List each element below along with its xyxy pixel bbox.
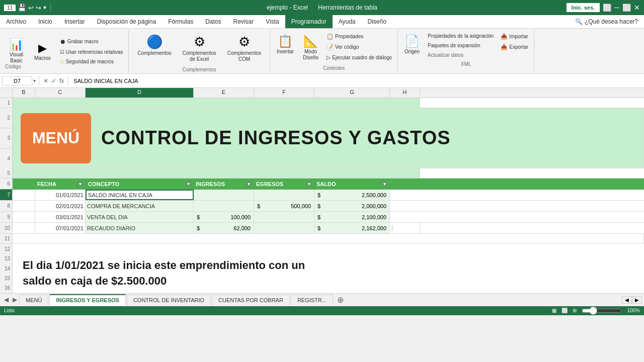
tab-programador[interactable]: Programador bbox=[285, 15, 333, 28]
sheet-scroll-left[interactable]: ◀ bbox=[622, 296, 632, 304]
header-egresos[interactable]: EGRESOS ▾ bbox=[254, 178, 314, 189]
cell-h1[interactable] bbox=[390, 98, 420, 108]
tab-inicio[interactable]: Inicio bbox=[32, 15, 58, 28]
cell-c5[interactable] bbox=[35, 168, 86, 178]
cell-e8[interactable] bbox=[194, 201, 254, 211]
qat-undo[interactable]: ↩ bbox=[28, 4, 34, 12]
cell-e1[interactable] bbox=[194, 98, 254, 108]
row-num-12[interactable]: 12 bbox=[0, 244, 13, 254]
cell-b9[interactable] bbox=[13, 212, 35, 222]
tab-inventario[interactable]: CONTROL DE INVENTARIO bbox=[127, 295, 211, 305]
tab-vista[interactable]: Vista bbox=[260, 15, 285, 28]
tab-disposicion[interactable]: Disposición de página bbox=[91, 15, 162, 28]
tab-archivo[interactable]: Archivo bbox=[0, 15, 32, 28]
cell-h10[interactable]: │ bbox=[390, 223, 420, 233]
close-btn[interactable]: ✕ bbox=[634, 4, 640, 12]
page-layout-icon[interactable]: ⬜ bbox=[561, 308, 568, 313]
importar-btn[interactable]: 📥 Importar bbox=[498, 32, 531, 41]
signin-button[interactable]: Inic. ses. bbox=[567, 3, 600, 12]
fecha-dropdown[interactable]: ▾ bbox=[77, 181, 83, 187]
tab-revisar[interactable]: Revisar bbox=[227, 15, 260, 28]
cell-f9[interactable] bbox=[254, 212, 314, 222]
header-concepto[interactable]: CONCEPTO ▾ bbox=[86, 178, 194, 189]
tab-cuentas-cobrar[interactable]: CUENTAS POR COBRAR bbox=[212, 295, 290, 305]
col-header-b[interactable]: B bbox=[13, 88, 35, 98]
row-num-6[interactable]: 6 bbox=[0, 178, 13, 189]
minimize-btn[interactable]: ─ bbox=[614, 4, 619, 12]
insert-function-btn[interactable]: fx bbox=[58, 77, 65, 84]
cell-f7[interactable] bbox=[254, 190, 314, 200]
menu-box[interactable]: MENÚ bbox=[21, 113, 91, 163]
cell-g8[interactable]: $ 2,000,000 bbox=[314, 201, 390, 211]
cell-row12[interactable] bbox=[13, 244, 644, 254]
cell-e5[interactable] bbox=[194, 168, 254, 178]
cell-c8[interactable]: 02/01/2021 bbox=[35, 201, 86, 211]
insertar-control-btn[interactable]: 📋 Insertar bbox=[273, 32, 297, 57]
sheet-scroll-right[interactable]: ▶ bbox=[632, 296, 642, 304]
cell-f10[interactable] bbox=[254, 223, 314, 233]
grabar-macro-btn[interactable]: ⏺ Grabar macro bbox=[57, 37, 125, 47]
actualizar-datos-btn[interactable]: Actualizar datos bbox=[425, 51, 496, 59]
row-num-4[interactable]: 4 bbox=[0, 149, 12, 168]
cell-f8[interactable]: $ 500,000 bbox=[254, 201, 314, 211]
saldo-dropdown[interactable]: ▾ bbox=[382, 181, 387, 187]
cell-h5[interactable] bbox=[390, 168, 420, 178]
search-help-btn[interactable]: 🔍 ¿Qué desea hacer? bbox=[569, 15, 644, 28]
header-ingresos[interactable]: INGRESOS ▾ bbox=[194, 178, 254, 189]
cell-d7-active[interactable]: SALDO INICIAL EN CAJA bbox=[86, 190, 194, 200]
cell-c7[interactable]: 01/01/2021 bbox=[35, 190, 86, 200]
propiedades-asignacion-btn[interactable]: Propiedades de la asignación bbox=[425, 32, 496, 40]
tab-diseno[interactable]: Diseño bbox=[362, 15, 392, 28]
tab-formulas[interactable]: Fórmulas bbox=[162, 15, 199, 28]
seguridad-btn[interactable]: ⚠ Seguridad de macros bbox=[57, 57, 125, 66]
cell-e9[interactable]: $ 100,000 bbox=[194, 212, 254, 222]
cell-e7[interactable] bbox=[194, 190, 254, 200]
row-num-7[interactable]: 7 bbox=[0, 190, 13, 200]
col-header-c[interactable]: C bbox=[35, 88, 86, 98]
row-num-2[interactable]: 2 bbox=[0, 108, 12, 128]
ver-codigo-btn[interactable]: 📝 Ver código bbox=[324, 42, 394, 52]
name-box[interactable] bbox=[2, 76, 32, 85]
row-num-13[interactable]: 13 bbox=[0, 254, 12, 263]
cell-b8[interactable] bbox=[13, 201, 35, 211]
concepto-dropdown[interactable]: ▾ bbox=[186, 181, 191, 187]
tab-menu[interactable]: MENÚ bbox=[19, 295, 48, 305]
row-num-14[interactable]: 14 bbox=[0, 263, 12, 273]
row-num-11[interactable]: 11 bbox=[0, 234, 13, 243]
cell-d9[interactable]: VENTA DEL DIA bbox=[86, 212, 194, 222]
referencias-relativas-btn[interactable]: ☑ Usar referencias relativas bbox=[57, 48, 125, 56]
cell-f5[interactable] bbox=[254, 168, 314, 178]
origen-btn[interactable]: 📄 Origen bbox=[401, 32, 423, 57]
cell-d8[interactable]: COMPRA DE MERCANCIA bbox=[86, 201, 194, 211]
macros-btn[interactable]: ▶ Macros bbox=[30, 39, 55, 63]
cell-g9[interactable]: $ 2,100,000 bbox=[314, 212, 390, 222]
cell-d1[interactable] bbox=[86, 98, 194, 108]
tab-ingresos-egresos[interactable]: INGRESOS Y EGRESOS bbox=[49, 294, 126, 305]
name-box-dropdown[interactable]: ▾ bbox=[33, 78, 36, 83]
cell-h9[interactable] bbox=[390, 212, 420, 222]
modo-diseno-btn[interactable]: 📐 ModoDiseño bbox=[299, 32, 322, 63]
ribbon-display-btn[interactable]: ⬜ bbox=[603, 4, 611, 12]
maximize-btn[interactable]: ⬜ bbox=[622, 4, 631, 12]
ejecutar-cuadro-btn[interactable]: ▷ Ejecutar cuadro de diálogo bbox=[324, 53, 394, 62]
cell-g10[interactable]: $ 2,162,000 bbox=[314, 223, 390, 233]
exportar-btn[interactable]: 📤 Exportar bbox=[498, 42, 531, 52]
visual-basic-btn[interactable]: 📊 VisualBasic bbox=[5, 36, 28, 66]
row-num-15[interactable]: 15 bbox=[0, 274, 12, 283]
header-saldo[interactable]: SALDO ▾ bbox=[314, 178, 390, 189]
cancel-formula-btn[interactable]: ✕ bbox=[42, 77, 49, 84]
cell-b7[interactable] bbox=[13, 190, 35, 200]
qat-save[interactable]: 💾 bbox=[18, 4, 26, 12]
sheet-nav-prev[interactable]: ◀ bbox=[2, 296, 11, 303]
row-num-5[interactable]: 5 bbox=[0, 168, 13, 178]
cell-c10[interactable]: 07/01/2021 bbox=[35, 223, 86, 233]
cell-b5[interactable] bbox=[13, 168, 35, 178]
cell-b1[interactable] bbox=[13, 98, 35, 108]
zoom-level[interactable]: 11 bbox=[4, 5, 16, 11]
row-num-9[interactable]: 9 bbox=[0, 212, 13, 222]
col-header-g[interactable]: G bbox=[314, 88, 390, 98]
row-num-16[interactable]: 16 bbox=[0, 283, 12, 293]
ingresos-dropdown[interactable]: ▾ bbox=[246, 181, 252, 187]
row-num-10[interactable]: 10 bbox=[0, 223, 13, 233]
header-fecha[interactable]: FECHA ▾ bbox=[35, 178, 86, 189]
